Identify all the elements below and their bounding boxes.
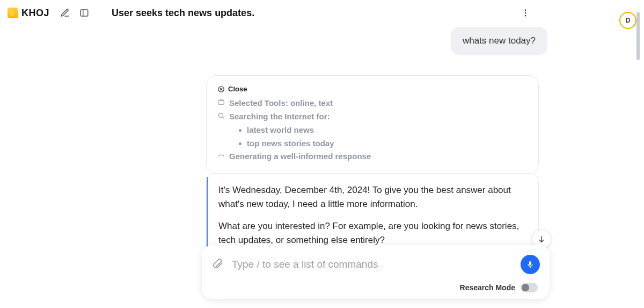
svg-point-3	[525, 12, 526, 13]
header-icon-group	[59, 7, 90, 19]
close-button[interactable]: Close	[217, 83, 528, 95]
avatar-initial: D	[626, 17, 631, 24]
close-label: Close	[228, 83, 247, 95]
search-term: top news stories today	[239, 137, 528, 151]
avatar[interactable]: D	[619, 12, 636, 29]
bullet-icon	[239, 129, 241, 132]
research-mode-toggle[interactable]	[521, 283, 538, 292]
selected-tools-row: Selected Tools: online, text	[217, 97, 528, 110]
assistant-paragraph: What are you interested in? For example,…	[218, 219, 526, 248]
svg-point-2	[525, 10, 526, 11]
search-terms: latest world news top news stories today	[239, 124, 528, 151]
thinking-panel: Close Selected Tools: online, text Searc…	[206, 75, 539, 174]
mic-button[interactable]	[521, 255, 540, 274]
scrollbar[interactable]	[636, 12, 640, 60]
research-mode-row: Research Mode	[460, 283, 538, 292]
message-input[interactable]: Type / to see a list of commands	[232, 259, 512, 270]
svg-line-10	[223, 117, 224, 119]
brand-logo[interactable]: 🟡 KHOJ	[8, 8, 49, 19]
generating-row: Generating a well-informed response	[217, 150, 528, 163]
research-mode-label: Research Mode	[460, 283, 515, 292]
edit-icon[interactable]	[59, 7, 71, 19]
user-message-text: whats new today?	[463, 35, 536, 46]
search-term: latest world news	[239, 124, 528, 137]
assistant-paragraph: It's Wednesday, December 4th, 2024! To g…	[218, 183, 526, 212]
svg-rect-0	[80, 10, 88, 16]
generating-label: Generating a well-informed response	[229, 150, 371, 163]
app-root: 🟡 KHOJ User seeks tech news updates. D w…	[0, 0, 644, 308]
attach-icon[interactable]	[211, 257, 223, 271]
khoj-logo-icon: 🟡	[8, 8, 18, 18]
composer: Type / to see a list of commands Researc…	[202, 245, 550, 299]
user-message-bubble: whats new today?	[451, 27, 547, 55]
searching-label: Searching the Internet for:	[229, 110, 330, 124]
bullet-icon	[239, 142, 241, 145]
svg-rect-8	[218, 101, 224, 105]
brand-name: KHOJ	[21, 8, 49, 19]
chat-column: whats new today? Close Selected Tools: o…	[206, 16, 550, 247]
svg-point-9	[218, 113, 223, 118]
tools-label: Selected Tools: online, text	[229, 97, 333, 110]
svg-rect-12	[530, 267, 530, 268]
searching-row: Searching the Internet for:	[217, 110, 528, 124]
toggle-sidebar-icon[interactable]	[78, 7, 90, 19]
